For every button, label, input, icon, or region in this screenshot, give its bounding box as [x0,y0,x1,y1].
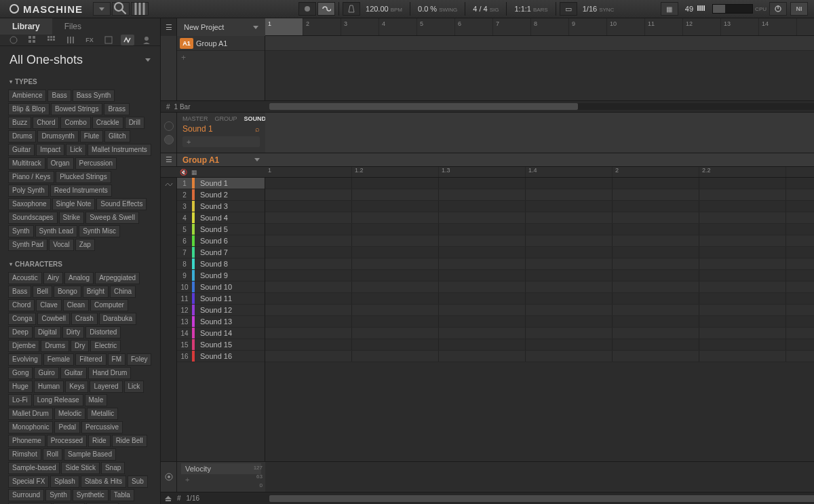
automation-icon[interactable] [161,178,177,461]
character-tag[interactable]: FM [108,353,125,366]
type-tag[interactable]: Bass Synth [73,90,115,102]
character-tag[interactable]: Snap [101,462,125,474]
character-tag[interactable]: Dirty [62,326,85,338]
character-tag[interactable]: Darabuka [99,313,136,325]
character-tag[interactable]: Synth [45,489,71,501]
type-tag[interactable]: Guitar [8,144,35,156]
sound-name-field[interactable]: Sound 1⌕ [182,124,260,134]
mute-icon[interactable]: 🔇 [180,169,187,176]
character-tag[interactable]: Mallet Drum [8,408,53,420]
character-tag[interactable]: Lick [124,381,144,393]
character-tag[interactable]: Side Stick [61,462,99,474]
sound-row[interactable]: 4Sound 4 [177,212,265,224]
character-tag[interactable]: Clave [36,299,62,311]
power-button[interactable] [769,2,787,16]
scene-cell[interactable]: 9 [569,18,607,35]
character-tag[interactable]: Crash [71,313,98,325]
type-tag[interactable]: Single Note [52,198,96,210]
character-tag[interactable]: Synthetic [73,489,109,501]
character-tag[interactable]: Splash [50,476,79,488]
type-tag[interactable]: Zap [75,239,95,251]
sound-search-icon[interactable]: ⌕ [255,125,260,133]
character-tag[interactable]: Male [85,394,108,406]
type-tag[interactable]: Blip & Blop [8,103,50,115]
type-tag[interactable]: Drill [125,117,144,129]
type-tag[interactable]: Combo [60,117,90,129]
arranger-grid[interactable] [265,36,814,100]
record-button[interactable] [298,2,316,16]
character-tag[interactable]: Phoneme [8,435,45,447]
scene-cell[interactable]: 12 [683,18,721,35]
sound-row[interactable]: 15Sound 15 [177,339,265,351]
character-tag[interactable]: Ride Bell [112,435,147,447]
velocity-toggle[interactable] [161,462,177,492]
sound-row[interactable]: 11Sound 11 [177,293,265,305]
filter-sounds-icon[interactable] [45,35,58,45]
type-tag[interactable]: Impact [36,144,64,156]
character-tag[interactable]: Filtered [75,353,106,366]
grid-icon[interactable]: # [177,495,181,502]
type-tag[interactable]: Poly Synth [8,185,49,197]
character-tag[interactable]: Sample Based [64,448,116,461]
type-tag[interactable]: Synth [8,225,34,237]
sound-row[interactable]: 1Sound 1 [177,178,265,189]
pattern-row[interactable] [265,339,814,351]
project-name[interactable]: New Project [177,18,265,36]
character-tag[interactable]: Bright [83,286,109,298]
pattern-row[interactable] [265,316,814,328]
character-tag[interactable]: Rimshot [8,448,41,461]
tab-files[interactable]: Files [52,18,94,35]
type-tag[interactable]: Bowed Strings [51,103,102,115]
character-tag[interactable]: Lo-Fi [8,394,32,406]
type-tag[interactable]: Mallet Instruments [88,144,151,156]
character-tag[interactable]: Metallic [87,408,118,420]
character-tag[interactable]: Female [43,353,74,366]
type-tag[interactable]: Saxophone [8,198,51,210]
pattern-row[interactable] [265,178,814,189]
character-tag[interactable]: Ride [88,435,111,447]
view-button[interactable]: ▦ [661,2,678,16]
character-tag[interactable]: Drums [41,340,69,352]
scene-cell[interactable]: 8 [531,18,569,35]
type-tag[interactable]: Chord [33,117,59,129]
character-tag[interactable]: Processed [47,435,87,447]
pattern-row[interactable] [265,235,814,247]
macro-button[interactable] [164,121,174,131]
type-tag[interactable]: Lick [66,144,86,156]
character-tag[interactable]: Special FX [8,476,49,488]
character-tag[interactable]: Digital [34,326,61,338]
character-tag[interactable]: Clean [63,299,89,311]
search-button[interactable] [112,2,130,16]
aux-button[interactable] [164,135,174,144]
arranger-scrollbar[interactable] [269,103,814,110]
browser-heading[interactable]: All One-shots [0,46,160,74]
character-tag[interactable]: Deep [8,326,33,338]
character-tag[interactable]: Guitar [60,367,87,379]
pattern-row[interactable] [265,351,814,362]
scene-cell[interactable]: 5 [417,18,455,35]
sound-row[interactable]: 10Sound 10 [177,282,265,293]
type-tag[interactable]: Synth Pad [8,239,47,251]
filter-loops-icon[interactable] [102,35,115,45]
pattern-row[interactable] [265,258,814,270]
pattern-row[interactable] [265,282,814,293]
character-tag[interactable]: Stabs & Hits [81,476,126,488]
pattern-row[interactable] [265,224,814,235]
characters-label[interactable]: CHARACTERS [0,256,160,271]
eject-icon[interactable] [165,496,172,501]
character-tag[interactable]: Sample-based [8,462,60,474]
tab-library[interactable]: Library [0,18,52,35]
velocity-grid[interactable] [265,462,814,492]
add-group-button[interactable]: + [177,51,265,64]
pattern-row[interactable] [265,189,814,201]
character-tag[interactable]: Airy [43,272,63,284]
scene-cell[interactable]: 2 [303,18,341,35]
character-tag[interactable]: Acoustic [8,272,42,284]
scene-cell[interactable]: 1 [265,18,303,35]
type-tag[interactable]: Multitrack [8,157,45,170]
pattern-row[interactable] [265,305,814,316]
character-tag[interactable]: Cowbell [37,313,70,325]
signature-display[interactable]: 4 / 4SIG [469,5,503,13]
sound-row[interactable]: 12Sound 12 [177,305,265,316]
type-tag[interactable]: Glitch [104,130,130,142]
